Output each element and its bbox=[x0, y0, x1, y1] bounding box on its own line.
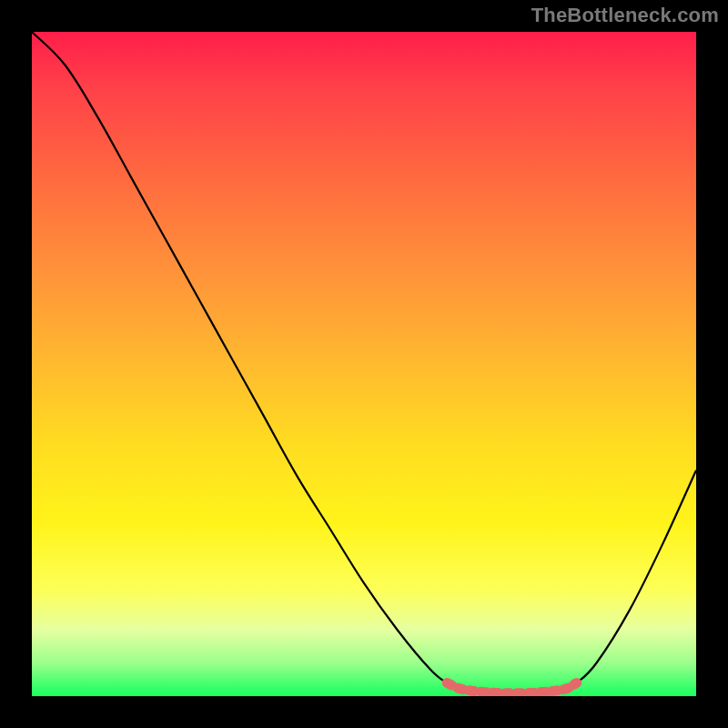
main-curve bbox=[32, 32, 696, 693]
plot-area bbox=[32, 32, 696, 696]
curve-layer bbox=[32, 32, 696, 696]
watermark-text: TheBottleneck.com bbox=[531, 4, 719, 27]
chart-frame: TheBottleneck.com bbox=[0, 0, 728, 728]
accent-curve bbox=[447, 682, 576, 693]
